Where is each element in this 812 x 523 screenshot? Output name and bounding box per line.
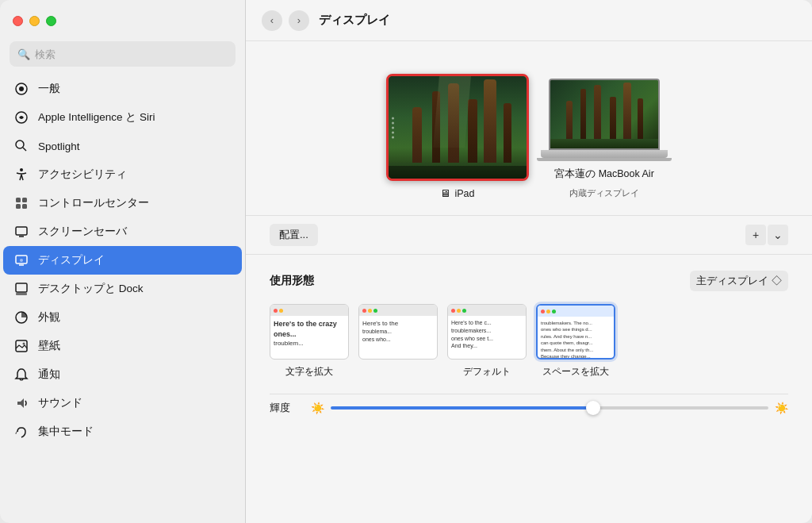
sidebar-label-wallpaper: 壁紙 [38,339,60,353]
svg-rect-15 [16,283,27,292]
res-label-more-space: スペースを拡大 [542,366,609,378]
sidebar-label-apple-intelligence: Apple Intelligence と Siri [38,110,155,125]
sidebar-icon-control-center [13,194,30,212]
dot-green-3 [462,309,466,313]
macbook-frame [537,79,672,161]
sidebar-item-screensaver[interactable]: スクリーンセーバ [3,217,242,246]
ipad-frame-inner [389,76,527,179]
brightness-high-icon: ☀️ [775,402,788,414]
mb-tree2 [580,89,586,144]
ipad-display-item[interactable]: 🖥 iPad [386,74,529,199]
dot-red-1 [274,309,278,313]
sidebar-icon-focus [13,423,30,440]
sidebar-icon-general [13,80,30,98]
svg-point-5 [20,168,23,171]
sidebar-item-spotlight[interactable]: Spotlight [3,132,242,160]
mb-tree4 [610,97,616,144]
macbook-base [541,150,668,158]
search-bar[interactable]: 🔍 [10,41,236,67]
sidebar-label-notifications: 通知 [38,367,60,382]
svg-point-1 [19,87,24,91]
sidebar-icon-sound [13,394,30,412]
display-toolbar: 配置... + ⌄ [246,216,812,255]
mb-tree6 [638,98,643,144]
sidebar-icon-desktop-dock [13,280,30,298]
section-header: 使用形態 主ディスプレイ ◇ [270,271,788,291]
dot-red-4 [541,310,545,313]
ipad-monitor-icon: 🖥 [440,187,450,199]
add-display-button[interactable]: + [745,225,766,245]
macbook-sublabel: 内蔵ディスプレイ [569,187,639,199]
svg-line-4 [23,148,26,151]
add-remove-controls: + ⌄ [745,225,788,245]
sidebar-label-focus: 集中モード [38,425,94,439]
dot-green-2 [373,309,377,313]
mb-tree3 [594,85,601,144]
brightness-slider-thumb[interactable] [586,401,600,415]
search-input[interactable] [35,48,228,60]
preview-content-2: Here's to the troublema... ones who... [359,316,437,347]
display-preview-area: 🖥 iPad [246,41,812,216]
preview-content-4: troublemakers. The no... ones who see th… [538,317,614,360]
mb-tree5 [623,83,631,144]
res-preview-more-space: troublemakers. The no... ones who see th… [536,304,615,360]
minimize-button[interactable] [29,16,40,26]
sidebar-icon-display [13,252,30,269]
res-option-enlarge-text[interactable]: Here's to the crazy ones... troublem... … [270,304,349,378]
ipad-frame [386,74,529,181]
sidebar-label-accessibility: アクセシビリティ [38,167,127,182]
dot-yellow-4 [546,310,550,313]
sidebar-item-control-center[interactable]: コントロールセンター [3,189,242,217]
sidebar-label-screensaver: スクリーンセーバ [38,225,127,239]
sidebar-item-display[interactable]: ディスプレイ [3,246,242,275]
brightness-slider-container: ☀️ ☀️ [311,402,788,414]
sidebar-item-focus[interactable]: 集中モード [3,417,242,446]
svg-rect-6 [16,198,21,202]
sidebar-item-desktop-dock[interactable]: デスクトップと Dock [3,275,242,303]
forward-button[interactable]: › [289,10,309,31]
maximize-button[interactable] [46,16,56,26]
light-beam [433,76,471,148]
tree4 [468,99,477,171]
sidebar: 🔍 一般 Apple Intelligence と Siri Spotlight… [0,0,246,523]
mb-tree1 [566,101,573,144]
sidebar-item-apple-intelligence[interactable]: Apple Intelligence と Siri [3,103,242,132]
preview-content-1: Here's to the crazy ones... troublem... [270,316,348,351]
svg-rect-9 [22,204,27,209]
sidebar-icon-apple-intelligence [13,109,30,126]
dot-yellow-1 [279,309,283,313]
sidebar-item-wallpaper[interactable]: 壁紙 [3,332,242,360]
traffic-lights [13,16,56,26]
back-button[interactable]: ‹ [262,10,282,31]
macbook-display-item[interactable]: 宮本蓮の MacBook Air 内蔵ディスプレイ [537,79,672,199]
dot-green-4 [552,310,556,313]
dropdown-button[interactable]: ⌄ [768,225,788,245]
res-option-default[interactable]: Here's to the c... troublemakers... ones… [447,304,527,378]
res-preview-default: Here's to the c... troublemakers... ones… [447,304,527,360]
arrange-button[interactable]: 配置... [270,224,318,246]
brightness-label: 輝度 [270,401,301,415]
res-option-default-left[interactable]: Here's to the troublema... ones who... [358,304,438,378]
close-button[interactable] [13,16,23,26]
sidebar-item-general[interactable]: 一般 [3,75,242,103]
settings-section: 使用形態 主ディスプレイ ◇ Here's to the crazy ones.… [246,255,812,437]
macbook-foot [537,158,672,161]
svg-rect-7 [22,198,27,202]
display-mode-select[interactable]: 主ディスプレイ ◇ [690,271,788,291]
search-icon: 🔍 [17,48,30,60]
sidebar-item-appearance[interactable]: 外観 [3,303,242,332]
macbook-screen [549,79,660,150]
res-preview-enlarge: Here's to the crazy ones... troublem... [270,304,349,360]
mb-floor [550,139,658,148]
sidebar-item-accessibility[interactable]: アクセシビリティ [3,160,242,189]
dot1 [392,117,394,119]
res-option-more-space[interactable]: troublemakers. The no... ones who see th… [536,304,615,378]
dot-red-3 [451,309,455,313]
sidebar-item-notifications[interactable]: 通知 [3,360,242,389]
main-titlebar: ‹ › ディスプレイ [246,0,812,41]
tree5 [484,79,496,171]
sidebar-item-sound[interactable]: サウンド [3,389,242,417]
brightness-slider-track[interactable] [331,406,768,410]
preview-content-3: Here's to the c... troublemakers... ones… [448,316,526,353]
titlebar [0,0,245,41]
